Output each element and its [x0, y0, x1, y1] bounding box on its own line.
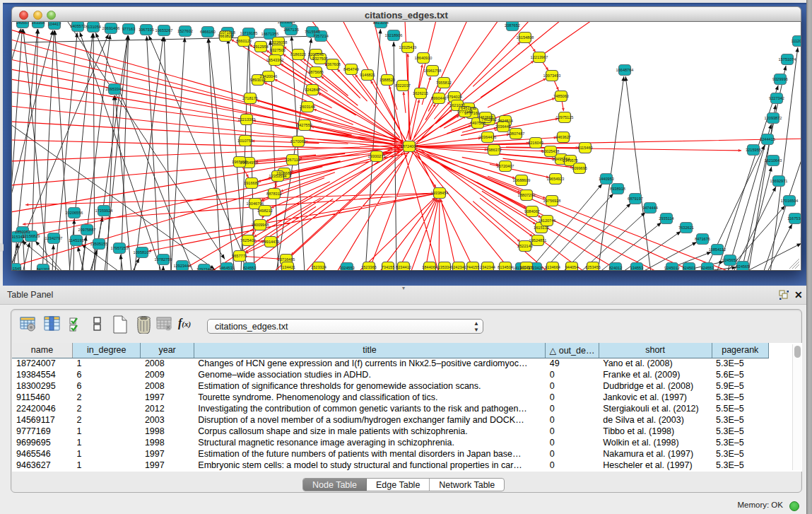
svg-text:6216043: 6216043: [528, 141, 543, 145]
svg-text:18807293: 18807293: [518, 193, 536, 197]
svg-text:1253455: 1253455: [585, 265, 601, 269]
svg-text:8134504: 8134504: [498, 265, 513, 269]
svg-text:1067335: 1067335: [139, 28, 154, 32]
svg-text:6466160: 6466160: [200, 30, 216, 34]
svg-text:8131054: 8131054: [86, 25, 101, 29]
svg-text:16210643: 16210643: [765, 158, 782, 163]
svg-text:104417: 104417: [48, 22, 61, 26]
svg-text:9327506: 9327506: [270, 48, 286, 52]
svg-text:944054: 944054: [565, 265, 579, 269]
svg-text:19524851: 19524851: [529, 238, 547, 243]
svg-text:8427552: 8427552: [297, 123, 312, 127]
svg-text:19218906: 19218906: [385, 33, 403, 37]
svg-text:424553: 424553: [701, 266, 714, 270]
svg-text:734155: 734155: [382, 265, 395, 269]
svg-text:8938918: 8938918: [610, 187, 625, 191]
svg-text:7632621: 7632621: [678, 226, 694, 230]
svg-text:1916682: 1916682: [244, 181, 259, 185]
svg-text:2367608: 2367608: [325, 62, 341, 66]
svg-text:19300273: 19300273: [368, 154, 386, 158]
svg-text:23226058: 23226058: [270, 40, 288, 45]
svg-text:9084067: 9084067: [524, 209, 540, 214]
svg-text:16648764: 16648764: [616, 68, 634, 72]
svg-text:10719185: 10719185: [240, 31, 258, 35]
svg-text:9327505: 9327505: [312, 57, 328, 61]
svg-text:824501: 824501: [683, 266, 696, 270]
svg-text:1112045: 1112045: [792, 39, 801, 43]
svg-text:17016504: 17016504: [781, 199, 799, 203]
svg-text:841203: 841203: [37, 267, 50, 271]
svg-text:13325419: 13325419: [399, 45, 417, 49]
svg-text:19338454: 19338454: [431, 191, 449, 195]
svg-text:17957253: 17957253: [111, 246, 129, 250]
svg-text:8234410: 8234410: [396, 265, 411, 269]
svg-text:15720407: 15720407: [497, 164, 514, 168]
svg-text:10653267: 10653267: [155, 28, 173, 33]
svg-text:9242341: 9242341: [451, 265, 466, 269]
svg-text:16543362: 16543362: [266, 58, 284, 62]
svg-text:2718176: 2718176: [242, 96, 258, 100]
svg-text:2342344: 2342344: [480, 265, 495, 269]
svg-text:12342797: 12342797: [45, 236, 63, 240]
svg-text:13716485: 13716485: [278, 257, 295, 262]
svg-text:7134421: 7134421: [280, 265, 295, 269]
svg-text:9245652: 9245652: [722, 258, 738, 262]
svg-text:1010755: 1010755: [237, 139, 253, 143]
svg-text:9329996: 9329996: [772, 77, 788, 81]
svg-text:15751074: 15751074: [779, 57, 796, 62]
svg-text:1024553: 1024553: [339, 266, 355, 270]
svg-text:103442: 103442: [801, 238, 801, 243]
svg-text:14009948: 14009948: [252, 223, 269, 227]
svg-text:12093872: 12093872: [765, 116, 782, 120]
svg-text:135721: 135721: [520, 265, 534, 269]
svg-text:3267110: 3267110: [285, 158, 300, 162]
svg-text:12213383: 12213383: [238, 117, 256, 122]
svg-text:8878312: 8878312: [266, 192, 282, 196]
svg-text:8990443: 8990443: [431, 96, 447, 100]
svg-text:135334: 135334: [438, 265, 452, 269]
svg-text:7986372: 7986372: [486, 148, 502, 152]
svg-text:19756928: 19756928: [543, 199, 561, 203]
svg-text:8322037: 8322037: [395, 83, 411, 88]
svg-text:6879197: 6879197: [628, 197, 643, 201]
svg-text:18640910: 18640910: [415, 56, 433, 60]
svg-text:1626215: 1626215: [413, 91, 428, 95]
svg-text:9134664: 9134664: [545, 265, 560, 269]
svg-text:1244415: 1244415: [760, 137, 775, 141]
svg-text:10854112: 10854112: [709, 247, 726, 252]
svg-text:3875685: 3875685: [308, 70, 324, 74]
svg-text:9463627: 9463627: [555, 135, 571, 139]
svg-text:20206556: 20206556: [66, 211, 83, 215]
svg-text:931545: 931545: [12, 267, 21, 271]
svg-text:1667135: 1667135: [283, 28, 299, 32]
svg-text:9657771: 9657771: [232, 254, 247, 258]
svg-text:2349575: 2349575: [563, 158, 578, 163]
svg-text:18724007: 18724007: [401, 144, 418, 148]
svg-text:7357214: 7357214: [313, 34, 329, 38]
svg-text:10958107: 10958107: [134, 250, 151, 255]
svg-text:140557: 140557: [16, 22, 30, 25]
svg-text:9227342: 9227342: [769, 96, 784, 100]
svg-text:8471676: 8471676: [695, 237, 710, 241]
svg-text:13505155: 13505155: [90, 242, 108, 246]
svg-text:20364436: 20364436: [479, 135, 497, 139]
svg-text:8660123: 8660123: [236, 39, 252, 43]
svg-text:16671355: 16671355: [261, 32, 279, 36]
svg-text:7462663: 7462663: [478, 115, 493, 119]
svg-text:12923446: 12923446: [174, 264, 192, 268]
svg-text:17359924: 17359924: [95, 209, 113, 213]
svg-text:8170062: 8170062: [290, 139, 306, 144]
svg-text:2087652: 2087652: [505, 23, 520, 28]
svg-text:9777163: 9777163: [457, 110, 473, 114]
svg-text:1965495: 1965495: [232, 160, 247, 164]
svg-text:1292344: 1292344: [196, 267, 212, 271]
svg-text:10973493: 10973493: [543, 74, 561, 78]
svg-text:9464531: 9464531: [219, 266, 235, 270]
svg-text:9893012: 9893012: [250, 78, 266, 82]
svg-text:2036443: 2036443: [495, 124, 511, 129]
svg-text:9474444: 9474444: [642, 206, 658, 210]
svg-text:12975125: 12975125: [556, 115, 574, 119]
svg-text:19654923: 19654923: [547, 177, 565, 181]
svg-text:7625402: 7625402: [240, 238, 256, 243]
svg-text:744155: 744155: [466, 265, 480, 269]
